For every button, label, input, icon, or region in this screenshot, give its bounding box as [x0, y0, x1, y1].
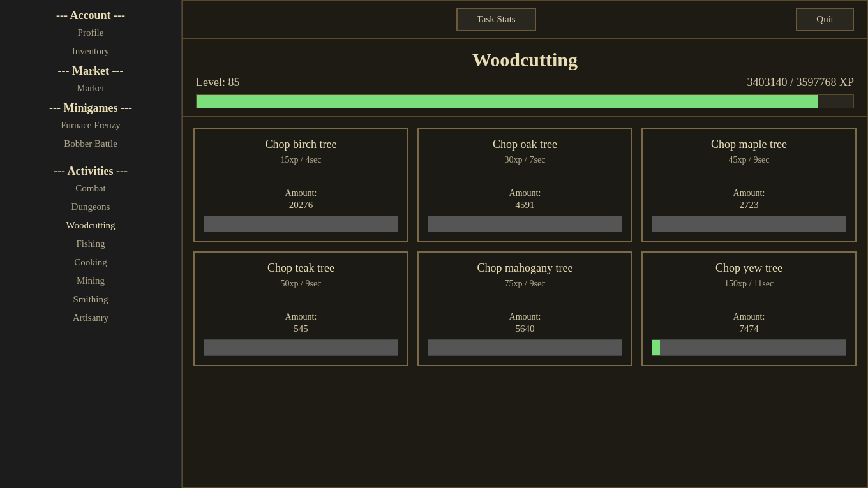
task-amount-value-5: 7474 [740, 323, 759, 334]
minigames-header: --- Minigames --- [0, 98, 181, 116]
main-panel: Task Stats Quit Woodcutting Level: 85 34… [182, 0, 868, 488]
task-name-3: Chop teak tree [267, 262, 334, 275]
task-name-0: Chop birch tree [266, 138, 337, 151]
task-amount-label-3: Amount: [285, 312, 317, 322]
sidebar-item-dungeons[interactable]: Dungeons [0, 198, 181, 216]
task-amount-value-3: 545 [294, 323, 308, 334]
sidebar-item-furnace-frenzy[interactable]: Furnace Frenzy [0, 116, 181, 135]
task-progress-bar-5 [652, 339, 846, 356]
task-amount-label-5: Amount: [733, 312, 765, 322]
skill-title: Woodcutting [196, 49, 854, 71]
skill-level: Level: 85 [196, 76, 239, 89]
sidebar: --- Account --- Profile Inventory --- Ma… [0, 0, 182, 488]
xp-bar-fill [197, 95, 818, 108]
task-amount-value-2: 2723 [740, 200, 759, 211]
task-amount-value-4: 5640 [516, 323, 535, 334]
tasks-grid: Chop birch tree15xp / 4secAmount:20276Ch… [193, 128, 857, 366]
sidebar-item-woodcutting[interactable]: Woodcutting [0, 216, 181, 235]
task-progress-fill-5 [652, 340, 660, 355]
sidebar-item-profile[interactable]: Profile [0, 24, 181, 42]
task-name-1: Chop oak tree [493, 138, 557, 151]
task-name-5: Chop yew tree [715, 262, 782, 275]
sidebar-item-mining[interactable]: Mining [0, 272, 181, 290]
task-amount-label-1: Amount: [509, 188, 541, 198]
task-xp-0: 15xp / 4sec [281, 155, 322, 165]
activities-list: CombatDungeonsWoodcuttingFishingCookingM… [0, 179, 181, 327]
task-progress-bar-4 [428, 339, 622, 356]
activities-header: --- Activities --- [0, 161, 181, 179]
task-progress-bar-2 [652, 216, 846, 232]
task-name-2: Chop maple tree [711, 138, 787, 151]
sidebar-item-artisanry[interactable]: Artisanry [0, 309, 181, 327]
skill-header: Woodcutting Level: 85 3403140 / 3597768 … [183, 39, 867, 117]
skill-xp: 3403140 / 3597768 XP [747, 76, 854, 89]
task-progress-bar-0 [204, 216, 398, 232]
quit-button[interactable]: Quit [796, 8, 854, 31]
task-xp-1: 30xp / 7sec [505, 155, 546, 165]
task-card-2[interactable]: Chop maple tree45xp / 9secAmount:2723 [641, 128, 857, 242]
task-xp-2: 45xp / 9sec [729, 155, 770, 165]
task-card-5[interactable]: Chop yew tree150xp / 11secAmount:7474 [641, 251, 857, 366]
task-amount-label-0: Amount: [285, 188, 317, 198]
task-progress-bar-1 [428, 216, 622, 232]
account-header: --- Account --- [0, 5, 181, 24]
topbar: Task Stats Quit [183, 1, 867, 39]
task-name-4: Chop mahogany tree [477, 262, 573, 275]
task-xp-4: 75xp / 9sec [505, 279, 546, 289]
task-card-4[interactable]: Chop mahogany tree75xp / 9secAmount:5640 [417, 251, 632, 366]
sidebar-item-inventory[interactable]: Inventory [0, 42, 181, 61]
task-card-3[interactable]: Chop teak tree50xp / 9secAmount:545 [193, 251, 408, 366]
task-amount-label-4: Amount: [509, 312, 541, 322]
task-card-1[interactable]: Chop oak tree30xp / 7secAmount:4591 [417, 128, 632, 242]
xp-bar-container [196, 94, 854, 108]
sidebar-item-fishing[interactable]: Fishing [0, 235, 181, 253]
tasks-area: Chop birch tree15xp / 4secAmount:20276Ch… [183, 117, 867, 487]
sidebar-item-combat[interactable]: Combat [0, 179, 181, 198]
task-card-0[interactable]: Chop birch tree15xp / 4secAmount:20276 [193, 128, 408, 242]
market-header: --- Market --- [0, 61, 181, 79]
sidebar-item-market[interactable]: Market [0, 79, 181, 98]
task-progress-bar-3 [204, 339, 398, 356]
task-amount-value-0: 20276 [289, 200, 313, 211]
task-amount-value-1: 4591 [516, 200, 535, 211]
task-amount-label-2: Amount: [733, 188, 765, 198]
sidebar-item-smithing[interactable]: Smithing [0, 290, 181, 309]
sidebar-item-bobber-battle[interactable]: Bobber Battle [0, 135, 181, 153]
sidebar-item-cooking[interactable]: Cooking [0, 253, 181, 272]
task-xp-5: 150xp / 11sec [724, 279, 774, 289]
skill-stats: Level: 85 3403140 / 3597768 XP [196, 76, 854, 89]
task-xp-3: 50xp / 9sec [281, 279, 322, 289]
task-stats-button[interactable]: Task Stats [456, 8, 536, 31]
